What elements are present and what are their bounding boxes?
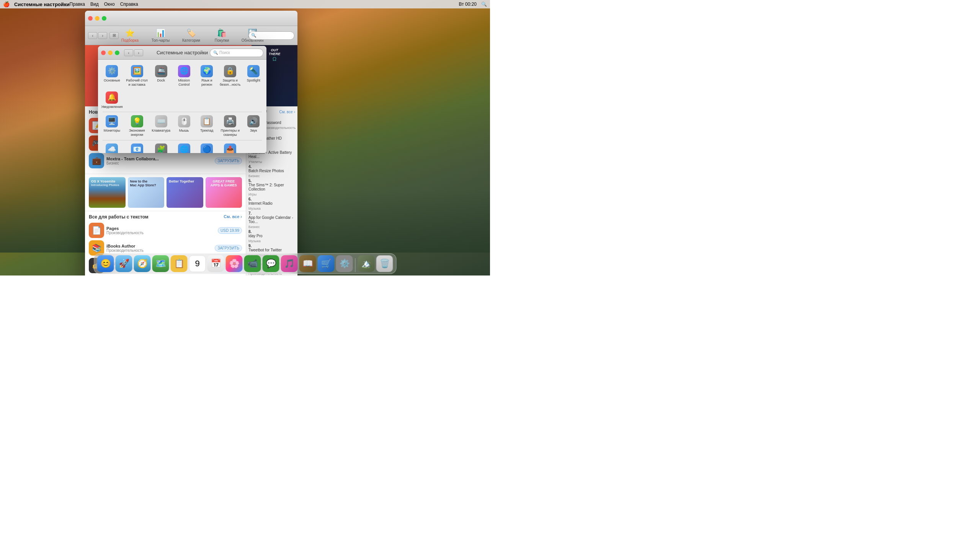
list-item: 📄 Pages Производительность USD 19.99 [89,223,242,238]
syspref-back-btn[interactable]: ‹ [124,49,133,56]
dock-item-appstore2[interactable]: 🛒 [318,255,335,272]
charts-icon: 📊 [156,28,165,37]
banner-row: OS X Yosemite Introducing Photos New to … [89,177,242,208]
yosemite-banner[interactable]: OS X Yosemite Introducing Photos [89,177,126,208]
purchases-icon: 🛍️ [217,28,227,37]
dock: 😊 🚀 🧭 🗺️ 📋 9 📅 🌸 📹 💬 🎵 [94,253,397,274]
syspref-item-dock[interactable]: 🚢 Dock [150,63,173,89]
syspref-item-desktop[interactable]: 🖼️ Рабочий стол и заставка [124,63,150,89]
syspref-item-icloud[interactable]: ☁️ iCloud [100,141,124,153]
sysprefs-dock-icon: ⚙️ [339,259,350,269]
accounts-icon: 📧 [131,143,143,153]
calendar-icon: 9 [195,259,199,269]
keyboard-icon: ⌨️ [155,115,167,127]
menu-pravka[interactable]: Правка [70,2,85,7]
forward-button[interactable]: › [98,32,107,39]
syspref-item-spotlight[interactable]: 🔦 Spotlight [242,63,265,89]
dock-icon: 🚢 [155,65,167,77]
dock-separator [355,258,356,272]
tab-charts[interactable]: 📊 Топ-чарты [145,27,176,44]
dock-item-finder[interactable]: 😊 [97,255,114,272]
syspref-search[interactable]: Поиск [210,49,263,57]
syspref-maximize-button[interactable] [115,51,119,55]
close-button[interactable] [88,16,93,21]
app-price-btn[interactable]: ЗАГРУЗИТЬ [215,158,242,164]
back-button[interactable]: ‹ [88,32,97,39]
menu-spravka[interactable]: Справка [120,2,138,7]
syspref-item-accounts[interactable]: 📧 Уч. записи Интернета [124,141,150,153]
appstore-search-input[interactable]: 🔍 [248,31,294,40]
app-price-btn[interactable]: ЗАГРУЗИТЬ [215,245,242,251]
desktop-icon: 🖼️ [131,65,143,77]
menubar-search[interactable]: 🔍 [481,2,487,7]
syspref-item-printers[interactable]: 🖨️ Принтеры и сканеры [218,113,242,139]
syspref-item-bluetooth[interactable]: 🔵 Bluetooth [195,141,218,153]
syspref-item-basics[interactable]: ⚙️ Основные [100,63,124,89]
dock-item-launchpad[interactable]: 🚀 [116,255,132,272]
dock-item-sysprefs[interactable]: ⚙️ [336,255,353,272]
trash-icon: 🗑️ [379,259,390,269]
dock-item-calendar[interactable]: 9 [189,255,206,272]
menu-vid[interactable]: Вид [90,2,99,7]
free-apps-banner[interactable]: GREAT FREE APPS & GAMES [206,177,242,208]
sound-icon: 🔊 [247,115,260,127]
dock-item-stickies[interactable]: 📋 [171,255,188,272]
categories-icon: 🏷️ [186,28,196,37]
maximize-button[interactable] [102,16,106,21]
list-item: 6. Internet Radio Музыка [248,197,295,210]
tab-featured[interactable]: ⭐ Подборка [115,27,145,44]
stickies-icon: 📋 [174,259,184,269]
tab-categories[interactable]: 🏷️ Категории [176,27,207,44]
syspref-item-security[interactable]: 🔒 Защита и безоп...ность [218,63,242,89]
syspref-item-network[interactable]: 🌐 Сеть [173,141,196,153]
menu-okno[interactable]: Окно [104,2,115,7]
dock-item-facetime[interactable]: 📹 [244,255,261,272]
safari-icon: 🧭 [137,259,147,269]
syspref-item-monitors[interactable]: 🖥️ Мониторы [100,113,124,139]
notify-icon: 🔔 [106,91,118,104]
see-all-paid-btn[interactable]: См. все › [279,110,295,114]
facetime-icon: 📹 [247,259,258,269]
dock-item-photos[interactable]: 🌸 [226,255,243,272]
app-price-btn[interactable]: USD 19.99 [218,227,242,234]
dock-item-messages[interactable]: 💬 [263,255,279,272]
syspref-item-trackpad[interactable]: 📋 Трекпад [195,113,218,139]
syspref-item-sound[interactable]: 🔊 Звук [242,113,265,139]
dock-item-ical[interactable]: 📅 [207,255,224,272]
syspref-item-keyboard[interactable]: ⌨️ Клавиатура [150,113,173,139]
syspref-item-sharing[interactable]: 📤 Общий доступ [218,141,242,153]
apple-menu-icon[interactable]: 🍎 [3,1,10,7]
syspref-item-mouse[interactable]: 🖱️ Мышь [173,113,196,139]
list-item: 5. The Sims™ 2: Super Collection Игры [248,179,295,196]
tab-purchases[interactable]: 🛍️ Покупки [207,27,237,44]
syspref-item-mission[interactable]: 🌐 Mission Control [173,63,196,89]
dock-item-maps[interactable]: 🗺️ [152,255,169,272]
syspref-item-extensions[interactable]: 🧩 Расширения [150,141,173,153]
better-together-banner[interactable]: Better Together [167,177,203,208]
menubar-time: Вт 00:20 [459,2,477,7]
appstore-dock-icon: 🛒 [321,259,331,269]
new-mac-banner[interactable]: New to the Mac App Store? [128,177,165,208]
list-item: 8. iday Pro Музыка [248,230,295,243]
dock-item-safari[interactable]: 🧭 [134,255,151,272]
syspref-forward-btn[interactable]: › [134,49,143,56]
grid-button[interactable]: ⊞ [109,32,119,39]
printers-icon: 🖨️ [224,115,236,127]
dock-item-ibooks[interactable]: 📖 [299,255,316,272]
appstore-toolbar: ‹ › ⊞ ⭐ Подборка 📊 Топ-чарты 🏷️ Категори… [85,26,297,45]
see-all-text-btn[interactable]: См. все › [224,214,242,220]
app-name[interactable]: Системные настройки [14,2,70,7]
syspref-minimize-button[interactable] [108,51,113,55]
syspref-item-notify[interactable]: 🔔 Уведомления [100,89,124,111]
dock-item-trash[interactable]: 🗑️ [376,255,393,272]
mouse-icon: 🖱️ [178,115,190,127]
iphoto-dock-icon: 🏔️ [361,259,371,269]
syspref-item-lang[interactable]: 🌍 Язык и регион [195,63,218,89]
monitors-icon: 🖥️ [106,115,118,127]
syspref-item-energy[interactable]: 💡 Экономия энергии [124,113,150,139]
dock-item-iphoto[interactable]: 🏔️ [358,255,375,272]
ical-icon: 📅 [211,259,221,269]
minimize-button[interactable] [95,16,100,21]
syspref-close-button[interactable] [101,51,106,55]
dock-item-itunes[interactable]: 🎵 [281,255,298,272]
